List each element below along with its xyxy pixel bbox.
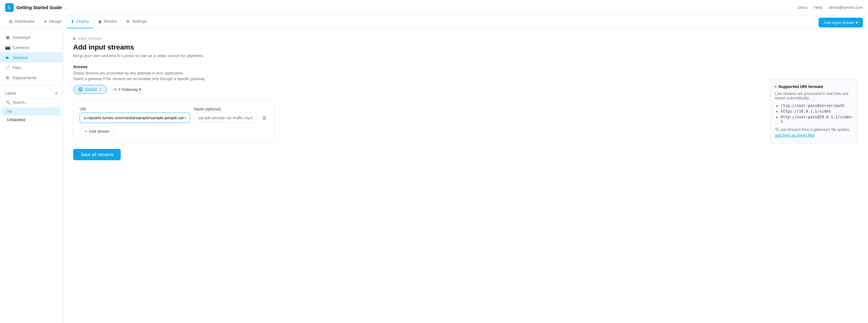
sidebar-files-label: Files	[12, 65, 21, 70]
dashboard-icon: ⊞	[9, 19, 12, 24]
search-input[interactable]	[12, 100, 57, 105]
help-link[interactable]: Help	[814, 5, 822, 10]
sidebar-streams-label: Streams	[12, 55, 28, 60]
linked-files-link[interactable]: add them as linked files	[775, 133, 814, 138]
sidebar-divider	[0, 85, 63, 86]
tab-dashboard[interactable]: ⊞ Dashboard	[5, 15, 38, 28]
access-desc1: Global streams are accessible by any gat…	[73, 71, 858, 76]
gateways-icon: ▣	[5, 35, 10, 40]
page-title: Add input streams	[73, 43, 858, 51]
cameras-icon: 📷	[5, 45, 10, 50]
layout: ▣ Gateways 📷 Cameras ▶ Streams 📄 Files 🖥…	[0, 28, 868, 323]
tab-monitor[interactable]: ◉ Monitor	[94, 15, 121, 28]
page-desc: Bring your own streams to Lumeo to use a…	[73, 53, 858, 58]
info-note: To use streams from a gateway's file sys…	[775, 127, 852, 138]
labels-header: Labels +	[0, 88, 63, 97]
gateway-label: ≡ Gateway ▾	[118, 87, 141, 92]
uri-input[interactable]	[80, 113, 190, 123]
name-label: Name (optional)	[194, 107, 257, 111]
design-icon: ✦	[43, 19, 47, 24]
stream-input-row: URI Name (optional) 🗑	[80, 107, 268, 123]
breadcrumb-text: Input Streams	[78, 36, 102, 41]
tab-monitor-label: Monitor	[104, 19, 117, 24]
save-all-streams-button[interactable]: Save all streams	[73, 149, 121, 160]
stream-card: URI Name (optional) 🗑 + Add stream	[73, 100, 275, 143]
tab-deploy-label: Deploy	[76, 19, 89, 24]
name-input[interactable]	[194, 113, 257, 123]
tab-deploy[interactable]: ⬆ Deploy	[67, 15, 93, 28]
add-stream-plus-icon: +	[85, 129, 87, 134]
info-panel-desc: Live streams are processed in real time …	[775, 91, 852, 100]
uri-label: URI	[80, 107, 190, 111]
access-label: Access	[73, 64, 858, 69]
search-icon: 🔍	[6, 100, 11, 105]
info-formats-list: rtsp://user:pass@server/path https://10.…	[775, 104, 852, 124]
sidebar-search-wrapper: 🔍	[3, 99, 60, 106]
sidebar-item-streams[interactable]: ▶ Streams	[0, 52, 63, 62]
topbar-left: L Getting Started Guide ⌄	[5, 3, 68, 12]
sidebar-gateways-label: Gateways	[12, 35, 31, 40]
deployments-icon: 🖥	[5, 75, 10, 80]
info-panel-title: ▪ Supported URI formats	[775, 84, 852, 89]
add-label-button[interactable]: +	[55, 91, 58, 96]
add-stream-small-button[interactable]: + Add stream	[80, 127, 115, 136]
global-label: Global	[85, 87, 97, 92]
breadcrumb: ▶ Input Streams	[73, 36, 858, 41]
main-content: ▶ Input Streams Add input streams Bring …	[63, 28, 868, 323]
streams-icon: ▶	[5, 55, 10, 60]
label-unlabeled[interactable]: Unlabeled	[2, 116, 61, 124]
label-all[interactable]: All	[2, 108, 61, 115]
breadcrumb-icon: ▶	[73, 36, 76, 41]
access-section: Access Global streams are accessible by …	[73, 64, 858, 94]
info-panel: ▪ Supported URI formats Live streams are…	[770, 79, 858, 144]
format-1: rtsp://user:pass@server/path	[781, 104, 852, 108]
docs-link[interactable]: Docs	[798, 5, 807, 10]
info-icon: ▪	[775, 84, 777, 89]
global-access-button[interactable]: 🌐 Global ✓	[73, 85, 107, 94]
sidebar: ▣ Gateways 📷 Cameras ▶ Streams 📄 Files 🖥…	[0, 28, 63, 323]
files-icon: 📄	[5, 65, 10, 70]
sidebar-deployments-label: Deployments	[12, 76, 37, 80]
sidebar-item-cameras[interactable]: 📷 Cameras	[0, 42, 63, 52]
access-desc2: Select a gateway if the streams are acce…	[73, 77, 858, 81]
gateway-icon: ≡	[114, 87, 117, 92]
sidebar-cameras-label: Cameras	[12, 45, 29, 50]
format-3: http://user:pass@10.0.1.1/video-1	[781, 115, 852, 124]
app-title: Getting Started Guide	[17, 5, 62, 10]
user-menu[interactable]: demo@lumeo.com	[829, 5, 863, 10]
access-buttons: 🌐 Global ✓ ≡ ≡ Gateway ▾	[73, 85, 858, 94]
delete-button-wrapper: 🗑	[261, 114, 268, 122]
name-field-wrapper: Name (optional)	[194, 107, 257, 123]
topbar: L Getting Started Guide ⌄ Docs Help demo…	[0, 0, 868, 15]
uri-field-wrapper: URI	[80, 107, 190, 123]
topbar-chevron-icon[interactable]: ⌄	[65, 5, 68, 10]
sidebar-item-files[interactable]: 📄 Files	[0, 62, 63, 72]
format-2: https://10.0.1.1/video	[781, 109, 852, 114]
tab-design[interactable]: ✦ Design	[40, 15, 66, 28]
sidebar-item-deployments[interactable]: 🖥 Deployments	[0, 72, 63, 83]
monitor-icon: ◉	[98, 19, 102, 24]
deploy-icon: ⬆	[71, 19, 74, 24]
global-icon: 🌐	[78, 87, 83, 92]
add-input-stream-button[interactable]: Add input stream ▾	[818, 18, 863, 27]
tab-settings[interactable]: ⚙ Settings	[122, 15, 151, 28]
app-logo: L	[5, 3, 14, 12]
tab-design-label: Design	[49, 19, 62, 24]
labels-title: Labels	[5, 91, 16, 95]
tab-dashboard-label: Dashboard	[14, 19, 35, 24]
delete-stream-button[interactable]: 🗑	[261, 114, 268, 122]
navtabs: ⊞ Dashboard ✦ Design ⬆ Deploy ◉ Monitor …	[0, 15, 868, 28]
topbar-right: Docs Help demo@lumeo.com	[798, 5, 863, 10]
sidebar-item-gateways[interactable]: ▣ Gateways	[0, 32, 63, 42]
gateway-access-button[interactable]: ≡ ≡ Gateway ▾	[110, 85, 146, 94]
add-stream-small-label: Add stream	[89, 129, 110, 134]
add-stream-row: + Add stream	[80, 127, 268, 136]
settings-icon: ⚙	[126, 19, 130, 24]
tab-settings-label: Settings	[132, 19, 147, 24]
global-check-icon: ✓	[99, 87, 102, 92]
info-note-prefix: To use streams from a gateway's file sys…	[775, 127, 850, 132]
